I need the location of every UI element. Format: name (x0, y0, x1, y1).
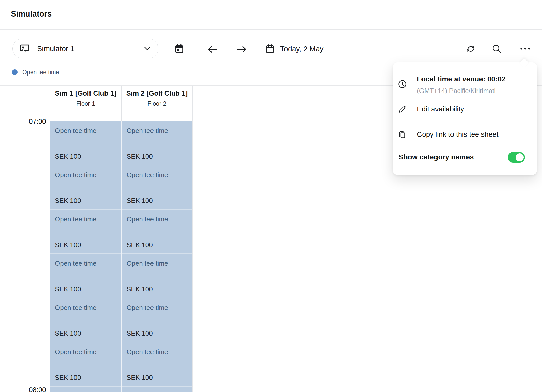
tee-time-slot[interactable]: Open tee timeSEK 100 (50, 210, 121, 254)
slot-category-label: Open tee time (127, 260, 168, 267)
page-title: Simulators (11, 9, 52, 19)
toggle-knob (516, 153, 524, 161)
slot-price: SEK 100 (127, 374, 153, 382)
tee-time-slot[interactable]: Open tee timeSEK 100 (122, 387, 192, 392)
slot-category-label: Open tee time (55, 171, 96, 179)
slot-category-label: Open tee time (127, 304, 168, 312)
slot-price: SEK 100 (127, 153, 153, 160)
slot-category-label: Open tee time (127, 127, 168, 135)
next-day-button[interactable] (235, 42, 249, 56)
slot-price: SEK 100 (127, 285, 153, 293)
column-body-sim2: Open tee timeSEK 100Open tee timeSEK 100… (121, 121, 192, 392)
copy-link-menu-item[interactable]: Copy link to this tee sheet (393, 126, 537, 144)
tee-time-slot[interactable]: Open tee timeSEK 100 (50, 342, 121, 387)
more-options-button[interactable] (518, 41, 532, 56)
simulator-selector-dropdown[interactable]: Simulator 1 (12, 39, 158, 58)
simulator-selector-label: Simulator 1 (37, 44, 74, 53)
legend-label: Open tee time (22, 69, 59, 76)
tee-time-slot[interactable]: Open tee timeSEK 100 (122, 165, 192, 210)
more-options-menu: Local time at venue: 00:02 (GMT+14) Paci… (393, 62, 537, 175)
tee-time-slot[interactable]: Open tee timeSEK 100 (50, 254, 121, 298)
jump-to-date-button[interactable] (172, 42, 186, 56)
time-label: 08:00 (0, 386, 46, 392)
tee-time-slot[interactable]: Open tee timeSEK 100 (122, 298, 192, 342)
slot-price: SEK 100 (127, 241, 153, 249)
previous-day-button[interactable] (205, 42, 220, 56)
slot-price: SEK 100 (127, 329, 153, 337)
more-horizontal-icon (520, 47, 531, 50)
tee-time-slot[interactable]: Open tee timeSEK 100 (122, 342, 192, 387)
tee-time-slot[interactable]: Open tee timeSEK 100 (122, 254, 192, 298)
pencil-icon (398, 105, 406, 113)
tee-time-slot[interactable]: Open tee timeSEK 100 (122, 121, 192, 165)
chevron-down-icon (144, 46, 151, 51)
show-category-names-label: Show category names (399, 153, 474, 161)
slot-price: SEK 100 (55, 241, 81, 249)
search-icon (491, 43, 502, 54)
slot-price: SEK 100 (55, 374, 81, 382)
simulator-screen-icon (19, 44, 30, 53)
calendar-today-icon (174, 44, 184, 54)
tee-time-slot[interactable]: Open tee timeSEK 100 (122, 210, 192, 254)
show-category-names-toggle[interactable] (508, 152, 525, 163)
date-picker-button[interactable]: Today, 2 May (265, 41, 323, 57)
slot-price: SEK 100 (127, 197, 153, 205)
tee-time-slot[interactable]: Open tee timeSEK 100 (50, 298, 121, 342)
grid-right-border (192, 86, 193, 392)
current-date-label: Today, 2 May (280, 45, 323, 53)
clock-icon (398, 80, 407, 88)
slot-price: SEK 100 (55, 285, 81, 293)
legend: Open tee time (12, 68, 59, 76)
copy-icon (398, 131, 406, 139)
slot-category-label: Open tee time (55, 348, 96, 356)
slot-category-label: Open tee time (127, 215, 168, 223)
slot-category-label: Open tee time (127, 171, 168, 179)
menu-item-label: Copy link to this tee sheet (417, 130, 499, 139)
page-header: Simulators (0, 0, 542, 30)
menu-item-label: Edit availability (417, 105, 464, 113)
local-time-timezone: (GMT+14) Pacific/Kiritimati (417, 86, 496, 95)
refresh-button[interactable] (464, 42, 478, 56)
slot-price: SEK 100 (55, 153, 81, 160)
slot-category-label: Open tee time (55, 260, 96, 267)
slot-category-label: Open tee time (127, 348, 168, 356)
tee-time-slot[interactable]: Open tee timeSEK 100 (50, 387, 121, 392)
open-tee-time-dot (12, 69, 18, 75)
column-header-sim2: Sim 2 [Golf Club 1] Floor 2 (121, 86, 192, 121)
arrow-left-icon (207, 45, 218, 54)
slot-price: SEK 100 (55, 197, 81, 205)
slot-category-label: Open tee time (55, 127, 96, 135)
search-button[interactable] (490, 42, 504, 56)
time-label: 07:00 (0, 118, 46, 126)
tee-time-slot[interactable]: Open tee timeSEK 100 (50, 165, 121, 210)
tee-sheet-grid: 07:00 08:00 Sim 1 [Golf Club 1] Floor 1 … (0, 86, 193, 392)
column-subtitle: Floor 2 (126, 99, 188, 108)
slot-price: SEK 100 (55, 329, 81, 337)
slot-category-label: Open tee time (55, 304, 96, 312)
column-body-sim1: Open tee timeSEK 100Open tee timeSEK 100… (50, 121, 121, 392)
tee-time-slot[interactable]: Open tee timeSEK 100 (50, 121, 121, 165)
slot-category-label: Open tee time (55, 215, 96, 223)
refresh-icon (465, 43, 476, 54)
column-title: Sim 2 [Golf Club 1] (126, 88, 188, 99)
calendar-icon (265, 44, 275, 54)
arrow-right-icon (236, 45, 247, 54)
column-title: Sim 1 [Golf Club 1] (54, 88, 117, 99)
column-subtitle: Floor 1 (54, 99, 117, 108)
local-time-title: Local time at venue: 00:02 (417, 74, 506, 84)
edit-availability-menu-item[interactable]: Edit availability (393, 100, 537, 118)
column-header-sim1: Sim 1 [Golf Club 1] Floor 1 (50, 86, 121, 121)
